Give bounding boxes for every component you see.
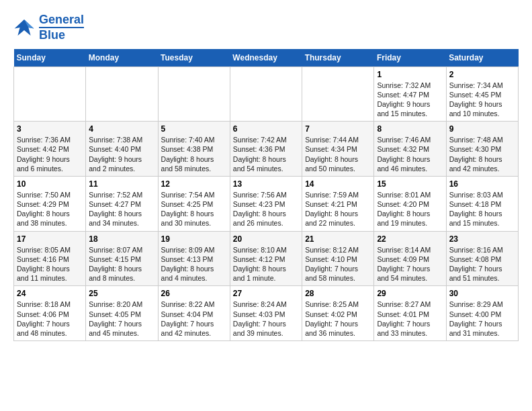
day-number: 27	[233, 289, 299, 298]
day-info: Sunrise: 8:27 AM Sunset: 4:01 PM Dayligh…	[377, 300, 443, 338]
weekday-header-wednesday: Wednesday	[230, 49, 302, 67]
day-info: Sunrise: 8:29 AM Sunset: 4:00 PM Dayligh…	[449, 300, 515, 338]
day-number: 19	[161, 234, 227, 244]
day-info: Sunrise: 7:34 AM Sunset: 4:45 PM Dayligh…	[449, 81, 515, 119]
day-info: Sunrise: 8:05 AM Sunset: 4:16 PM Dayligh…	[17, 245, 83, 283]
day-number: 4	[89, 124, 154, 134]
day-cell-9: 9Sunrise: 7:48 AM Sunset: 4:30 PM Daylig…	[446, 122, 518, 177]
day-number: 30	[449, 289, 515, 298]
day-cell-20: 20Sunrise: 8:10 AM Sunset: 4:12 PM Dayli…	[230, 231, 302, 286]
day-number: 20	[233, 234, 299, 244]
day-cell-3: 3Sunrise: 7:36 AM Sunset: 4:42 PM Daylig…	[14, 122, 86, 177]
day-cell-16: 16Sunrise: 8:03 AM Sunset: 4:18 PM Dayli…	[446, 176, 518, 231]
day-info: Sunrise: 8:18 AM Sunset: 4:06 PM Dayligh…	[17, 300, 83, 338]
day-cell-1: 1Sunrise: 7:32 AM Sunset: 4:47 PM Daylig…	[374, 66, 446, 122]
day-cell-8: 8Sunrise: 7:46 AM Sunset: 4:32 PM Daylig…	[374, 122, 446, 177]
weekday-header-tuesday: Tuesday	[158, 49, 230, 67]
day-cell-13: 13Sunrise: 7:56 AM Sunset: 4:23 PM Dayli…	[230, 176, 302, 231]
empty-cell	[158, 66, 230, 122]
day-number: 23	[449, 234, 515, 244]
week-row-5: 24Sunrise: 8:18 AM Sunset: 4:06 PM Dayli…	[14, 286, 519, 341]
day-info: Sunrise: 7:52 AM Sunset: 4:27 PM Dayligh…	[89, 190, 154, 228]
day-info: Sunrise: 7:44 AM Sunset: 4:34 PM Dayligh…	[305, 135, 371, 173]
day-number: 13	[233, 179, 299, 189]
day-info: Sunrise: 7:48 AM Sunset: 4:30 PM Dayligh…	[449, 135, 515, 173]
day-number: 15	[377, 179, 443, 189]
day-number: 21	[305, 234, 371, 244]
day-info: Sunrise: 7:38 AM Sunset: 4:40 PM Dayligh…	[89, 135, 154, 173]
day-info: Sunrise: 7:54 AM Sunset: 4:25 PM Dayligh…	[161, 190, 227, 228]
empty-cell	[230, 66, 302, 122]
day-info: Sunrise: 7:36 AM Sunset: 4:42 PM Dayligh…	[17, 135, 83, 173]
day-info: Sunrise: 7:56 AM Sunset: 4:23 PM Dayligh…	[233, 190, 299, 228]
empty-cell	[86, 66, 158, 122]
week-row-2: 3Sunrise: 7:36 AM Sunset: 4:42 PM Daylig…	[14, 122, 519, 177]
day-info: Sunrise: 7:40 AM Sunset: 4:38 PM Dayligh…	[161, 135, 227, 173]
day-info: Sunrise: 8:14 AM Sunset: 4:09 PM Dayligh…	[377, 245, 443, 283]
day-info: Sunrise: 8:09 AM Sunset: 4:13 PM Dayligh…	[161, 245, 227, 283]
day-info: Sunrise: 8:07 AM Sunset: 4:15 PM Dayligh…	[89, 245, 154, 283]
day-info: Sunrise: 8:01 AM Sunset: 4:20 PM Dayligh…	[377, 190, 443, 228]
day-number: 6	[233, 124, 299, 134]
day-cell-21: 21Sunrise: 8:12 AM Sunset: 4:10 PM Dayli…	[302, 231, 374, 286]
day-cell-30: 30Sunrise: 8:29 AM Sunset: 4:00 PM Dayli…	[446, 286, 518, 341]
day-info: Sunrise: 8:20 AM Sunset: 4:05 PM Dayligh…	[89, 300, 154, 338]
logo: General Blue	[13, 13, 84, 42]
day-number: 29	[377, 289, 443, 298]
day-cell-2: 2Sunrise: 7:34 AM Sunset: 4:45 PM Daylig…	[446, 66, 518, 122]
day-cell-4: 4Sunrise: 7:38 AM Sunset: 4:40 PM Daylig…	[86, 122, 158, 177]
day-number: 22	[377, 234, 443, 244]
day-cell-10: 10Sunrise: 7:50 AM Sunset: 4:29 PM Dayli…	[14, 176, 86, 231]
day-number: 2	[449, 70, 515, 79]
day-info: Sunrise: 8:24 AM Sunset: 4:03 PM Dayligh…	[233, 300, 299, 338]
day-info: Sunrise: 7:50 AM Sunset: 4:29 PM Dayligh…	[17, 190, 83, 228]
empty-cell	[302, 66, 374, 122]
day-number: 26	[161, 289, 227, 298]
day-number: 16	[449, 179, 515, 189]
weekday-header-sunday: Sunday	[14, 49, 86, 67]
week-row-3: 10Sunrise: 7:50 AM Sunset: 4:29 PM Dayli…	[14, 176, 519, 231]
day-cell-29: 29Sunrise: 8:27 AM Sunset: 4:01 PM Dayli…	[374, 286, 446, 341]
day-info: Sunrise: 8:25 AM Sunset: 4:02 PM Dayligh…	[305, 300, 371, 338]
day-info: Sunrise: 8:12 AM Sunset: 4:10 PM Dayligh…	[305, 245, 371, 283]
day-cell-5: 5Sunrise: 7:40 AM Sunset: 4:38 PM Daylig…	[158, 122, 230, 177]
day-cell-14: 14Sunrise: 7:59 AM Sunset: 4:21 PM Dayli…	[302, 176, 374, 231]
week-row-4: 17Sunrise: 8:05 AM Sunset: 4:16 PM Dayli…	[14, 231, 519, 286]
day-cell-27: 27Sunrise: 8:24 AM Sunset: 4:03 PM Dayli…	[230, 286, 302, 341]
day-cell-19: 19Sunrise: 8:09 AM Sunset: 4:13 PM Dayli…	[158, 231, 230, 286]
day-cell-24: 24Sunrise: 8:18 AM Sunset: 4:06 PM Dayli…	[14, 286, 86, 341]
weekday-header-monday: Monday	[86, 49, 158, 67]
day-cell-18: 18Sunrise: 8:07 AM Sunset: 4:15 PM Dayli…	[86, 231, 158, 286]
day-cell-28: 28Sunrise: 8:25 AM Sunset: 4:02 PM Dayli…	[302, 286, 374, 341]
day-cell-6: 6Sunrise: 7:42 AM Sunset: 4:36 PM Daylig…	[230, 122, 302, 177]
day-number: 7	[305, 124, 371, 134]
day-number: 9	[449, 124, 515, 134]
day-cell-12: 12Sunrise: 7:54 AM Sunset: 4:25 PM Dayli…	[158, 176, 230, 231]
day-number: 24	[17, 289, 83, 298]
day-cell-7: 7Sunrise: 7:44 AM Sunset: 4:34 PM Daylig…	[302, 122, 374, 177]
day-cell-23: 23Sunrise: 8:16 AM Sunset: 4:08 PM Dayli…	[446, 231, 518, 286]
weekday-header-friday: Friday	[374, 49, 446, 67]
day-info: Sunrise: 7:32 AM Sunset: 4:47 PM Dayligh…	[377, 81, 443, 119]
weekday-header-saturday: Saturday	[446, 49, 518, 67]
day-cell-11: 11Sunrise: 7:52 AM Sunset: 4:27 PM Dayli…	[86, 176, 158, 231]
week-row-1: 1Sunrise: 7:32 AM Sunset: 4:47 PM Daylig…	[14, 66, 519, 122]
day-cell-22: 22Sunrise: 8:14 AM Sunset: 4:09 PM Dayli…	[374, 231, 446, 286]
day-number: 12	[161, 179, 227, 189]
weekday-header-row: SundayMondayTuesdayWednesdayThursdayFrid…	[14, 49, 519, 67]
day-number: 25	[89, 289, 154, 298]
day-info: Sunrise: 7:46 AM Sunset: 4:32 PM Dayligh…	[377, 135, 443, 173]
logo-icon	[13, 17, 35, 38]
day-number: 17	[17, 234, 83, 244]
empty-cell	[14, 66, 86, 122]
day-number: 10	[17, 179, 83, 189]
day-number: 3	[17, 124, 83, 134]
day-number: 8	[377, 124, 443, 134]
day-number: 11	[89, 179, 154, 189]
day-number: 1	[377, 70, 443, 79]
logo-text: General Blue	[39, 13, 84, 42]
day-number: 14	[305, 179, 371, 189]
calendar-table: SundayMondayTuesdayWednesdayThursdayFrid…	[13, 49, 519, 341]
day-number: 5	[161, 124, 227, 134]
day-info: Sunrise: 8:22 AM Sunset: 4:04 PM Dayligh…	[161, 300, 227, 338]
